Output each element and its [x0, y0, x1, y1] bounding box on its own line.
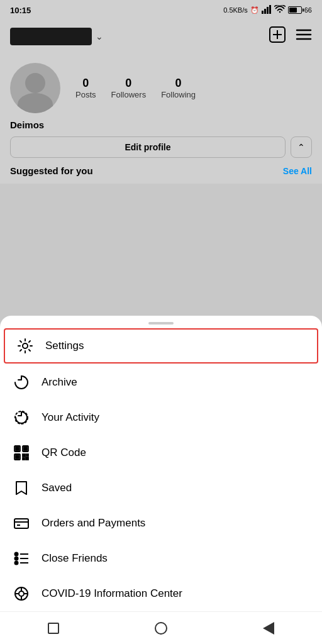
svg-rect-17 — [16, 455, 19, 458]
svg-point-10 — [23, 343, 28, 348]
posts-count: 0 — [82, 77, 89, 90]
status-bar: 10:15 0.5KB/s ⏰ 66 — [0, 0, 322, 20]
saved-icon — [13, 479, 30, 497]
circle-icon — [155, 622, 167, 635]
followers-count: 0 — [125, 77, 131, 90]
add-post-icon[interactable] — [269, 26, 286, 47]
svg-point-33 — [15, 562, 18, 565]
hamburger-menu-icon[interactable] — [296, 28, 312, 45]
settings-icon — [16, 337, 34, 355]
svg-rect-21 — [26, 457, 28, 460]
suggested-label: Suggested for you — [10, 165, 93, 176]
archive-icon — [13, 374, 30, 391]
profile-stats: 0 Posts 0 Followers 0 Following — [75, 77, 196, 99]
collapse-button[interactable]: ⌃ — [291, 136, 312, 158]
posts-label: Posts — [75, 90, 96, 99]
nav-back-button[interactable] — [263, 622, 274, 635]
suggested-row: Suggested for you See All — [10, 165, 312, 176]
square-icon — [48, 623, 59, 634]
avatar-body — [18, 93, 53, 113]
sheet-handle — [148, 322, 174, 325]
close-friends-icon — [13, 550, 30, 567]
svg-rect-22 — [14, 519, 28, 528]
bottom-sheet: Settings Archive Your Activity — [0, 316, 322, 644]
avatar[interactable] — [10, 63, 60, 113]
archive-label: Archive — [42, 376, 77, 389]
svg-rect-15 — [24, 447, 27, 450]
followers-label: Followers — [111, 90, 147, 99]
profile-area: 0 Posts 0 Followers 0 Following Deimos E… — [0, 53, 322, 184]
stat-posts[interactable]: 0 Posts — [75, 77, 96, 99]
covid-label: COVID-19 Information Center — [42, 587, 182, 600]
menu-item-close-friends[interactable]: Close Friends — [0, 541, 322, 576]
menu-item-qr-code[interactable]: QR Code — [0, 435, 322, 470]
svg-rect-0 — [262, 11, 264, 14]
qr-code-icon — [13, 444, 30, 462]
saved-label: Saved — [42, 482, 72, 494]
bottom-nav — [0, 611, 322, 644]
svg-point-35 — [19, 591, 24, 596]
nav-square-button[interactable] — [48, 623, 59, 634]
menu-item-archive[interactable]: Archive — [0, 365, 322, 400]
menu-item-orders-payments[interactable]: Orders and Payments — [0, 506, 322, 541]
username-block — [10, 28, 92, 45]
wifi-icon — [274, 5, 286, 15]
svg-rect-2 — [267, 7, 269, 14]
menu-item-your-activity[interactable]: Your Activity — [0, 400, 322, 435]
profile-name: Deimos — [10, 119, 312, 130]
avatar-head — [25, 73, 45, 93]
header: ⌄ — [0, 20, 322, 53]
following-label: Following — [161, 90, 196, 99]
profile-top: 0 Posts 0 Followers 0 Following — [10, 63, 312, 113]
svg-rect-20 — [23, 458, 25, 460]
svg-rect-18 — [23, 454, 25, 457]
edit-profile-button[interactable]: Edit profile — [10, 136, 286, 158]
menu-item-covid[interactable]: COVID-19 Information Center — [0, 576, 322, 611]
svg-point-31 — [15, 553, 18, 556]
menu-item-settings[interactable]: Settings — [4, 328, 318, 364]
svg-rect-1 — [264, 9, 266, 14]
svg-point-32 — [15, 557, 18, 560]
svg-rect-13 — [16, 447, 19, 450]
your-activity-icon — [13, 409, 30, 426]
menu-item-saved[interactable]: Saved — [0, 470, 322, 506]
covid-icon — [13, 585, 30, 602]
svg-rect-3 — [269, 5, 271, 14]
close-friends-label: Close Friends — [42, 552, 108, 565]
alarm-icon: ⏰ — [250, 6, 259, 14]
orders-payments-icon — [13, 514, 30, 532]
nav-home-button[interactable] — [155, 622, 167, 635]
your-activity-label: Your Activity — [42, 411, 99, 424]
qr-code-label: QR Code — [42, 447, 86, 459]
header-left: ⌄ — [10, 28, 103, 45]
status-icons: 0.5KB/s ⏰ 66 — [223, 5, 312, 15]
battery-percent: 66 — [304, 6, 312, 14]
battery-icon — [288, 6, 302, 14]
see-all-link[interactable]: See All — [283, 166, 312, 176]
svg-rect-19 — [26, 454, 28, 456]
chevron-down-icon[interactable]: ⌄ — [96, 31, 103, 42]
orders-payments-label: Orders and Payments — [42, 517, 145, 530]
stat-following[interactable]: 0 Following — [161, 77, 196, 99]
stat-followers[interactable]: 0 Followers — [111, 77, 147, 99]
status-time: 10:15 — [10, 6, 31, 15]
triangle-icon — [263, 622, 274, 635]
signal-icon — [262, 5, 272, 15]
edit-profile-row: Edit profile ⌃ — [10, 136, 312, 158]
header-right — [269, 26, 312, 47]
following-count: 0 — [175, 77, 182, 90]
speed-indicator: 0.5KB/s — [223, 6, 248, 14]
settings-label: Settings — [45, 340, 84, 352]
